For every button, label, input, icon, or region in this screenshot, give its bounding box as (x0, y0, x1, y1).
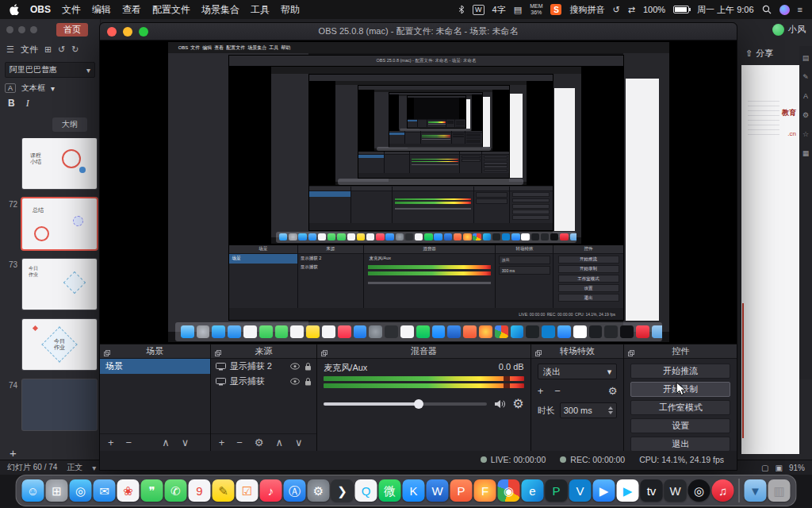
dock-icon-mail[interactable]: ✉ (94, 479, 116, 502)
dock-icon-edge[interactable]: e (522, 479, 544, 502)
transition-select[interactable]: 淡出 ▾ (538, 364, 618, 379)
wps-zoom-button[interactable] (30, 26, 37, 33)
dock-icon-system-preferences[interactable]: ⚙ (308, 479, 330, 502)
menubar-app-name[interactable]: OBS (30, 4, 51, 15)
edit-icon[interactable]: ✎ (802, 73, 809, 81)
dock-icon-wikipedia[interactable]: W (665, 479, 687, 502)
studio-mode-button[interactable]: 工作室模式 (630, 400, 730, 415)
settings-button[interactable]: 设置 (630, 418, 730, 433)
view-mode[interactable]: 正文 (67, 462, 82, 473)
star-icon[interactable]: ☆ (802, 130, 809, 138)
italic-button[interactable]: I (26, 98, 29, 110)
obs-titlebar[interactable]: OBS 25.0.8 (mac) - 配置文件: 未命名 - 场景: 未命名 (100, 23, 737, 40)
source-item[interactable]: 显示捕获 2 (211, 359, 317, 374)
dock-icon-launchpad[interactable]: ⊞ (46, 479, 68, 502)
source-down-button[interactable]: ∨ (295, 437, 303, 448)
outline-tab[interactable]: 大纲 (52, 117, 87, 132)
volume-slider[interactable] (324, 402, 487, 406)
remove-scene-button[interactable]: − (126, 437, 132, 448)
popout-icon[interactable] (215, 348, 221, 358)
mixer-gear-icon[interactable]: ⚙ (512, 396, 523, 411)
dock-icon-vscode[interactable]: V (569, 479, 592, 502)
view-icon[interactable]: ▣ (776, 464, 783, 472)
source-properties-button[interactable]: ⚙ (255, 437, 264, 448)
duration-spinner[interactable]: 300 ms (560, 402, 618, 418)
remove-transition-button[interactable]: − (554, 385, 561, 397)
maximize-button[interactable] (139, 27, 148, 37)
close-button[interactable] (107, 27, 117, 37)
transition-properties-button[interactable]: ⚙ (608, 385, 618, 397)
hamburger-menu-icon[interactable]: ☰ (6, 44, 14, 55)
zoom-level[interactable]: 91% (789, 464, 805, 472)
dock-icon-app-store[interactable]: Ⓐ (284, 479, 306, 502)
eye-icon[interactable] (290, 378, 300, 385)
eye-icon[interactable] (290, 363, 300, 370)
wps-close-button[interactable] (6, 26, 13, 33)
dock-icon-notes[interactable]: ✎ (213, 479, 235, 502)
lock-icon[interactable] (304, 362, 312, 371)
wps-minimize-button[interactable] (18, 26, 25, 33)
scene-up-button[interactable]: ∧ (162, 437, 170, 448)
slide-thumbnail[interactable]: 课程小结 (22, 138, 97, 189)
share-button[interactable]: ⇧ 分享 (745, 48, 773, 60)
view-icon[interactable]: ▢ (761, 464, 768, 472)
menu-profile[interactable]: 配置文件 (152, 3, 190, 17)
volume-slider-knob[interactable] (414, 399, 423, 409)
slide-thumbnail[interactable]: 今日作业 (22, 319, 97, 370)
gear-icon[interactable]: ⚙ (802, 111, 809, 119)
wikipedia-menu-icon[interactable]: W (473, 5, 485, 15)
menu-edit[interactable]: 编辑 (92, 3, 111, 17)
popout-icon[interactable] (104, 348, 110, 358)
sogou-ime-icon[interactable]: S (550, 4, 561, 15)
dock-icon-wps-office[interactable]: P (450, 479, 473, 502)
menu-file[interactable]: 文件 (62, 3, 81, 17)
speaker-icon[interactable] (494, 399, 505, 409)
account-widget[interactable]: 小风 (772, 24, 806, 36)
apple-menu-icon[interactable] (10, 4, 19, 15)
dock-icon-terminal[interactable]: ❯ (331, 479, 354, 502)
slide-thumbnail[interactable]: 今日作业 (22, 259, 97, 310)
dock-icon-photos[interactable]: ❀ (117, 479, 140, 502)
add-slide-button[interactable]: + (10, 446, 100, 460)
dock-icon-word[interactable]: W (427, 479, 449, 502)
notification-center-icon[interactable]: ≡ (798, 5, 802, 14)
dock-icon-reminders[interactable]: ☑ (236, 479, 259, 502)
spotlight-icon[interactable] (762, 5, 772, 14)
scene-down-button[interactable]: ∨ (182, 437, 190, 448)
font-selector[interactable]: 阿里巴巴普惠 ▾ (5, 62, 95, 78)
redo-icon[interactable]: ↻ (71, 44, 79, 55)
menu-help[interactable]: 帮助 (281, 3, 300, 17)
spinner-arrows-icon[interactable] (608, 406, 613, 414)
dock-icon-safari[interactable]: ◎ (70, 479, 92, 502)
dock-icon-netease-music[interactable]: ♫ (712, 479, 734, 502)
ime-name[interactable]: 搜狗拼音 (569, 4, 604, 16)
wps-file-menu[interactable]: 文件 (21, 44, 38, 56)
menu-view[interactable]: 查看 (122, 3, 141, 17)
dock-icon-pycharm[interactable]: P (546, 479, 568, 502)
dock-icon-wechat[interactable]: 微 (379, 479, 401, 502)
wps-home-tab[interactable]: 首页 (56, 23, 88, 37)
minimize-button[interactable] (123, 27, 132, 37)
dock-icon-obs[interactable]: ◎ (688, 479, 710, 502)
battery-icon[interactable] (673, 6, 689, 13)
popout-icon[interactable] (535, 348, 542, 358)
menu-scene-collection[interactable]: 场景集合 (201, 3, 239, 17)
popout-icon[interactable] (628, 348, 634, 358)
dock-icon-music[interactable]: ♪ (260, 479, 282, 502)
text-icon[interactable]: A (803, 92, 808, 100)
dock-icon-finder[interactable]: ☺ (22, 479, 44, 502)
grid-icon[interactable]: ▦ (802, 149, 810, 157)
dock-icon-firefox[interactable]: F (474, 479, 496, 502)
sync-icon[interactable]: ⇄ (628, 5, 635, 15)
dock-icon-keynote[interactable]: K (403, 479, 425, 502)
undo-icon[interactable]: ↺ (58, 44, 65, 55)
dock-icon-qq[interactable]: Q (355, 479, 377, 502)
memory-indicator[interactable]: MEM 36% (530, 3, 542, 16)
dock-icon-messages[interactable]: ❞ (141, 479, 163, 502)
source-item[interactable]: 显示捕获 (211, 374, 317, 389)
siri-icon[interactable] (779, 5, 790, 15)
slide-thumbnail[interactable]: 总结 (22, 198, 97, 249)
dock-icon-youku[interactable]: ▶ (617, 479, 639, 502)
source-up-button[interactable]: ∧ (276, 437, 284, 448)
add-source-button[interactable]: + (219, 437, 225, 448)
